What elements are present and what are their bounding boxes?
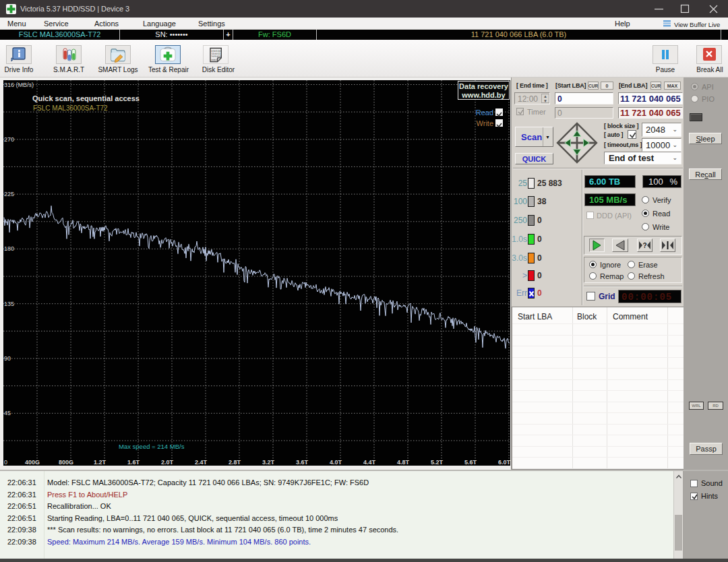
svg-text:?: ? <box>643 242 647 249</box>
svg-text:0001: 0001 <box>211 58 218 61</box>
